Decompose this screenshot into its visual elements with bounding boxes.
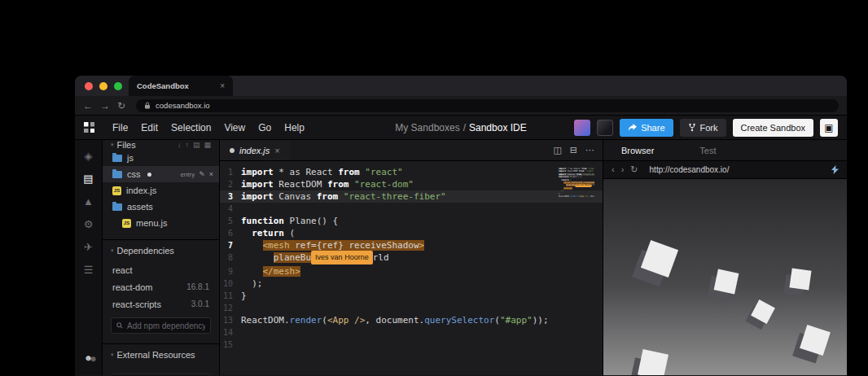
tree-folder-assets[interactable]: assets (103, 199, 219, 215)
deployment-plane-icon[interactable]: ✈ (84, 242, 93, 252)
maximize-window-button[interactable] (114, 82, 122, 90)
live-users-icon[interactable]: ☻ (84, 354, 93, 362)
line-number: 12 (220, 302, 241, 314)
code-token: Plane() { (284, 216, 338, 226)
code-line: 11} (220, 290, 603, 302)
more-icon[interactable]: ⋯ (585, 145, 594, 155)
line-number: 6 (220, 227, 241, 239)
menu-item-help[interactable]: Help (284, 122, 305, 133)
tab-title: CodeSandbox (137, 81, 189, 90)
share-button[interactable]: Share (620, 119, 673, 137)
code-token: ( (322, 315, 327, 326)
tree-item-label: index.js (126, 186, 156, 195)
add-dependency-input[interactable] (127, 321, 205, 330)
preview-tab-test[interactable]: Test (699, 146, 716, 155)
code-token: querySelector (424, 315, 494, 326)
browser-tab[interactable]: CodeSandbox × (129, 76, 233, 96)
dependencies-header[interactable]: ▾ Dependencies (103, 240, 219, 261)
forward-icon[interactable]: → (100, 101, 110, 111)
folder-icon (112, 155, 122, 162)
sort-desc-icon[interactable]: ↓ (178, 142, 182, 149)
tab-close-icon[interactable]: × (220, 81, 225, 90)
line-number: 10 (220, 278, 241, 290)
code-token (241, 252, 274, 263)
back-icon[interactable]: ← (83, 101, 93, 111)
tree-file-index-js[interactable]: JSindex.js (103, 182, 219, 199)
minimize-window-button[interactable] (99, 82, 107, 90)
breadcrumb-current: Sandbox IDE (469, 122, 527, 133)
tree-item-label: menu.js (136, 218, 168, 228)
avatar[interactable] (597, 120, 613, 136)
new-folder-icon[interactable]: ▦ (204, 142, 211, 149)
new-file-icon[interactable]: ▤ (193, 142, 200, 149)
sort-asc-icon[interactable]: ↑ (185, 142, 189, 149)
code-token: from (317, 191, 339, 202)
file-explorer-icon[interactable]: ▤ (83, 173, 93, 184)
code-token: Canvas (274, 191, 317, 202)
create-sandbox-button[interactable]: Create Sandbox (733, 119, 814, 137)
line-number: 1 (220, 166, 241, 178)
code-token: return (252, 228, 284, 238)
preview-forward-icon[interactable]: › (621, 165, 625, 174)
chevron-down-icon: ▾ (111, 352, 114, 358)
preview-layout-icon[interactable]: ⊟ (570, 145, 577, 155)
dependency-row-react-dom[interactable]: react-dom16.8.1 (103, 278, 219, 295)
tree-folder-js[interactable]: js (103, 150, 219, 166)
menu-item-selection[interactable]: Selection (171, 122, 211, 133)
code-token: "#app" (500, 315, 533, 326)
preview-reload-icon[interactable]: ↻ (630, 165, 638, 174)
code-area[interactable]: 1import * as React from "react"2import R… (220, 166, 603, 351)
share-button-label: Share (641, 123, 664, 133)
editor-tab-close-icon[interactable]: × (274, 146, 279, 155)
edit-icon[interactable]: ✎ (199, 171, 205, 178)
dependency-row-react-scripts[interactable]: react-scripts3.0.1 (103, 295, 219, 313)
embed-button[interactable]: ▣ (820, 119, 838, 137)
share-icon (628, 124, 637, 132)
sidebar: ▾ Files ↓↑▤▦ jscssentry✎×JSindex.jsasset… (103, 140, 220, 375)
code-token: from (327, 179, 349, 190)
external-resources-header[interactable]: ▾ External Resources (103, 344, 219, 365)
fork-button-label: Fork (700, 123, 718, 133)
address-bar[interactable]: codesandbox.io (136, 99, 839, 112)
editor-body[interactable]: 1import * as React from "react"2import R… (220, 161, 603, 375)
code-token: ( (494, 315, 500, 326)
add-external-resource-input[interactable] (111, 374, 211, 375)
menu-item-go[interactable]: Go (258, 122, 271, 133)
close-window-button[interactable] (85, 82, 93, 90)
files-header[interactable]: ▾ Files ↓↑▤▦ (103, 140, 219, 150)
external-resources-label: External Resources (117, 350, 195, 360)
preview-url[interactable]: http://codesandbox.io/ (650, 165, 825, 174)
reload-icon[interactable]: ↻ (117, 101, 125, 111)
settings-gear-icon[interactable]: ⚙ (84, 219, 94, 230)
codesandbox-logo-icon (84, 122, 94, 133)
menu-item-view[interactable]: View (224, 122, 245, 133)
fork-button[interactable]: Fork (680, 119, 726, 137)
browser-titlebar: CodeSandbox × (75, 76, 847, 96)
menu-items: FileEditSelectionViewGoHelp (99, 122, 305, 133)
code-token: from (338, 167, 360, 177)
url-text: codesandbox.io (156, 101, 210, 110)
split-view-icon[interactable]: ◫ (553, 145, 561, 155)
preview-viewport[interactable] (603, 179, 847, 375)
activity-bar: ◈▤▲⚙✈☰☻ (75, 140, 103, 375)
avatar[interactable] (574, 120, 590, 136)
code-token: import (241, 167, 274, 177)
delete-icon[interactable]: × (209, 171, 213, 178)
lightning-icon[interactable] (831, 165, 839, 174)
collab-cursor-label: Ives van Hoorne (311, 251, 373, 265)
preview-back-icon[interactable]: ‹ (612, 165, 615, 174)
tree-folder-css[interactable]: cssentry✎× (103, 166, 219, 182)
deploy-rocket-icon[interactable]: ▲ (83, 196, 94, 207)
line-number: 14 (220, 326, 241, 339)
code-token: rld (373, 252, 389, 263)
tree-file-menu-js[interactable]: JSmenu.js (103, 215, 219, 231)
browser-window: CodeSandbox × ← → ↻ codesandbox.io FileE… (75, 76, 847, 376)
project-info-icon[interactable]: ◈ (85, 151, 93, 161)
menu-item-edit[interactable]: Edit (141, 122, 158, 133)
dependency-row-react[interactable]: react (103, 261, 219, 278)
preview-tab-browser[interactable]: Browser (621, 146, 654, 155)
breadcrumb-parent[interactable]: My Sandboxes (395, 122, 459, 133)
menu-item-file[interactable]: File (112, 122, 128, 133)
editor-tab-indexjs[interactable]: index.js × (220, 140, 290, 160)
server-icon[interactable]: ☰ (84, 265, 94, 275)
